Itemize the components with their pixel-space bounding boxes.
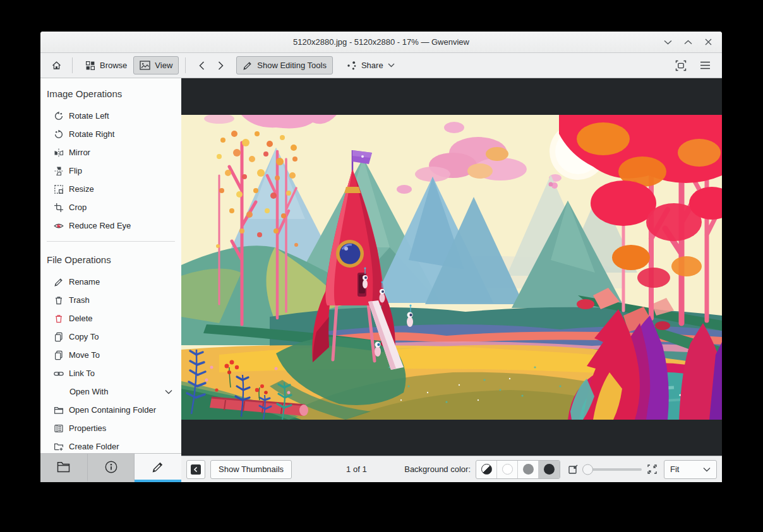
image-view[interactable] — [181, 78, 722, 456]
sidebar-item-rotate-right[interactable]: Rotate Right — [40, 125, 181, 143]
pencil-icon — [243, 61, 253, 71]
chevron-down-icon — [388, 63, 395, 68]
show-editing-tools-label: Show Editing Tools — [257, 61, 327, 70]
hamburger-menu-icon — [700, 61, 711, 69]
sidebar-item-trash[interactable]: Trash — [40, 291, 181, 309]
sidebar-item-label: Crop — [69, 203, 87, 212]
sidebar-item-label: Copy To — [69, 332, 99, 341]
titlebar[interactable]: 5120x2880.jpg - 5120x2880 - 17% — Gwenvi… — [40, 32, 722, 53]
section-title-image-operations: Image Operations — [40, 83, 181, 107]
sidebar-item-mirror[interactable]: Mirror — [40, 143, 181, 162]
folder-icon — [54, 405, 64, 415]
show-editing-tools-button[interactable]: Show Editing Tools — [236, 56, 333, 74]
sidebar-item-link-to[interactable]: Link To — [40, 364, 181, 382]
fit-view-icon — [675, 60, 687, 71]
sidebar-item-resize[interactable]: Resize — [40, 180, 181, 198]
sidebar-item-label: Flip — [69, 166, 82, 175]
sidebar-item-move-to[interactable]: Move To — [40, 346, 181, 364]
sidebar-item-create-folder[interactable]: Create Folder — [40, 437, 181, 453]
share-label: Share — [361, 61, 383, 70]
mirror-icon — [54, 148, 64, 158]
gwenview-window: 5120x2880.jpg - 5120x2880 - 17% — Gwenvi… — [40, 32, 722, 482]
sidebar-item-label: Open Containing Folder — [69, 405, 156, 415]
bg-color-gray-button[interactable] — [518, 461, 539, 478]
toolbar-separator — [185, 57, 186, 73]
sidebar-item-open-containing-folder[interactable]: Open Containing Folder — [40, 401, 181, 419]
link-icon — [54, 369, 64, 379]
chevron-down-icon — [165, 389, 172, 394]
share-icon — [347, 61, 357, 71]
sidebar-item-label: Delete — [69, 314, 93, 323]
sidebar-item-rename[interactable]: Rename — [40, 273, 181, 291]
sidebar-item-label: Rotate Left — [69, 111, 109, 121]
displayed-image — [181, 115, 722, 420]
light-circle-icon — [502, 464, 513, 475]
sidebar-item-properties[interactable]: Properties — [40, 419, 181, 437]
statusbar: Show Thumbnails 1 of 1 Background color: — [181, 456, 722, 482]
folder-icon — [57, 461, 70, 473]
go-back-button[interactable] — [192, 56, 211, 74]
sidebar-item-open-with[interactable]: Open With — [40, 382, 181, 401]
minimize-icon[interactable] — [663, 37, 673, 47]
tab-information[interactable] — [88, 454, 135, 482]
sidebar-item-label: Create Folder — [69, 442, 119, 451]
view-button[interactable]: View — [133, 56, 179, 74]
fit-window-button[interactable] — [671, 56, 690, 74]
zoom-out-fit-icon[interactable] — [568, 464, 579, 475]
zoom-in-expand-icon[interactable] — [647, 464, 658, 475]
browse-icon — [85, 61, 95, 71]
maximize-icon[interactable] — [683, 37, 693, 47]
view-icon — [140, 61, 150, 70]
bg-color-light-button[interactable] — [497, 461, 518, 478]
close-icon[interactable] — [703, 37, 713, 47]
sidebar-item-copy-to[interactable]: Copy To — [40, 328, 181, 346]
tab-operations[interactable] — [135, 454, 181, 482]
sidebar-item-label: Properties — [69, 423, 106, 433]
move-icon — [54, 350, 64, 360]
properties-icon — [54, 423, 64, 434]
delete-icon — [54, 314, 64, 324]
crop-icon — [54, 203, 64, 213]
home-button[interactable] — [47, 56, 66, 74]
sidebar-item-rotate-left[interactable]: Rotate Left — [40, 107, 181, 125]
sidebar-item-reduce-red-eye[interactable]: Reduce Red Eye — [40, 216, 181, 235]
zoom-slider-handle[interactable] — [582, 464, 593, 475]
sidebar-item-label: Move To — [69, 350, 100, 360]
show-thumbnails-button[interactable]: Show Thumbnails — [210, 460, 292, 479]
window-controls — [663, 32, 713, 52]
go-forward-button[interactable] — [211, 56, 230, 74]
zoom-mode-select[interactable]: Fit — [664, 460, 717, 479]
sidebar-item-label: Mirror — [69, 148, 90, 157]
red-eye-icon — [54, 221, 64, 231]
window-title: 5120x2880.jpg - 5120x2880 - 17% — Gwenvi… — [293, 37, 469, 47]
browse-label: Browse — [100, 61, 127, 70]
section-title-file-operations: File Operations — [40, 244, 181, 273]
show-thumbnails-label: Show Thumbnails — [219, 464, 284, 474]
rename-icon — [54, 277, 64, 287]
sidebar-item-label: Open With — [69, 387, 108, 396]
sidebar-item-label: Reduce Red Eye — [69, 221, 131, 230]
collapse-sidebar-icon — [190, 464, 201, 475]
sidebar-item-delete[interactable]: Delete — [40, 309, 181, 328]
home-icon — [51, 60, 62, 71]
browse-button[interactable]: Browse — [79, 56, 133, 74]
info-icon — [105, 461, 117, 473]
share-button[interactable]: Share — [340, 56, 401, 74]
bg-color-auto-button[interactable] — [476, 461, 497, 478]
zoom-slider[interactable] — [584, 468, 642, 471]
rotate-right-icon — [54, 129, 64, 139]
sidebar-item-label: Link To — [69, 369, 95, 378]
pencil-icon — [152, 461, 164, 473]
folder-new-icon — [54, 442, 64, 452]
sidebar-item-flip[interactable]: Flip — [40, 162, 181, 180]
chevron-left-icon — [198, 61, 205, 71]
auto-contrast-icon — [481, 464, 492, 475]
menu-button[interactable] — [695, 56, 714, 74]
copy-icon — [54, 332, 64, 342]
sidebar-item-crop[interactable]: Crop — [40, 198, 181, 216]
sidebar-item-label: Resize — [69, 184, 94, 194]
bg-color-dark-button[interactable] — [539, 461, 560, 478]
toggle-sidebar-button[interactable] — [186, 460, 205, 479]
tab-folders[interactable] — [40, 454, 88, 482]
operations-sidebar: Image OperationsRotate LeftRotate RightM… — [40, 78, 181, 482]
